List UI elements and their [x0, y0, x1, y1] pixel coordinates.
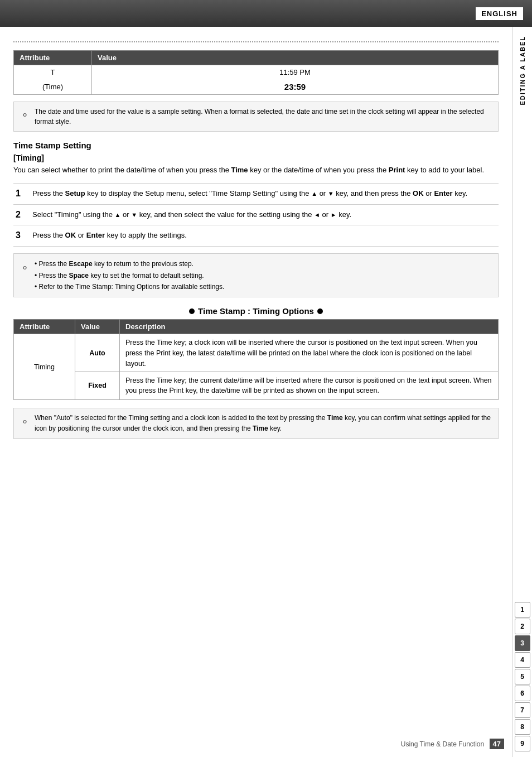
- time-row-top: T 11:59 PM: [14, 65, 499, 80]
- step-3-num: 3: [16, 230, 32, 240]
- sidebar-num-4: 4: [515, 652, 530, 668]
- step-3-row: 3 Press the OK or Enter key to apply the…: [13, 225, 499, 247]
- page-number: 47: [490, 739, 504, 749]
- note-box-1: ⚬ The date and time used for the value i…: [13, 102, 499, 132]
- footer-note-icon: ⚬: [21, 414, 29, 434]
- timing-options-table: Attribute Value Description Timing Auto …: [13, 319, 499, 400]
- step-2-row: 2 Select "Timing" using the ▲ or ▼ key, …: [13, 205, 499, 226]
- tip-1: • Press the Escape key to return to the …: [35, 258, 224, 269]
- timing-val-fixed: Fixed: [75, 372, 120, 400]
- bullet-dot-right: [317, 308, 323, 314]
- steps-container: 1 Press the Setup key to display the Set…: [13, 183, 499, 247]
- page-footer: Using Time & Date Function 47: [401, 739, 504, 749]
- tips-icon: ⚬: [21, 259, 29, 292]
- timing-table-header: Attribute Value Description: [14, 320, 499, 334]
- step-1-row: 1 Press the Setup key to display the Set…: [13, 184, 499, 205]
- timing-val-auto: Auto: [75, 334, 120, 372]
- timing-row-auto: Timing Auto Press the Time key; a clock …: [14, 334, 499, 372]
- footer-note-text: When "Auto" is selected for the Timing s…: [35, 413, 491, 434]
- right-sidebar: EDITING A LABEL 1 2 3 4 5 6 7 8 9: [512, 27, 532, 757]
- tips-box: ⚬ • Press the Escape key to return to th…: [13, 253, 499, 297]
- timing-desc-fixed: Press the Time key; the current date/tim…: [120, 372, 499, 400]
- timing-col-value: Value: [75, 320, 120, 334]
- time-label-time: (Time): [14, 79, 92, 95]
- note-text-1: The date and time used for the value is …: [35, 107, 491, 127]
- timing-options-label: Time Stamp : Timing Options: [198, 306, 314, 316]
- sidebar-num-6: 6: [515, 686, 530, 701]
- sidebar-num-3-active: 3: [515, 635, 530, 651]
- language-label: ENGLISH: [476, 7, 523, 20]
- dotted-divider: [13, 41, 499, 42]
- timing-row-fixed: Fixed Press the Time key; the current da…: [14, 372, 499, 400]
- sidebar-section-label: EDITING A LABEL: [519, 36, 526, 105]
- col-header-attribute: Attribute: [14, 51, 92, 65]
- sidebar-num-1: 1: [515, 602, 530, 618]
- step-1-num: 1: [16, 188, 32, 199]
- timing-desc-auto: Press the Time key; a clock icon will be…: [120, 334, 499, 372]
- timing-attr-timing: Timing: [14, 334, 75, 400]
- sidebar-num-7: 7: [515, 702, 530, 718]
- step-2-text: Select "Timing" using the ▲ or ▼ key, an…: [32, 209, 496, 221]
- timing-options-title: Time Stamp : Timing Options: [13, 306, 499, 316]
- step-3-text: Press the OK or Enter key to apply the s…: [32, 230, 496, 242]
- attribute-table: Attribute Value T 11:59 PM (Time) 23:59: [13, 50, 499, 95]
- note-icon-1: ⚬: [21, 108, 29, 127]
- main-content: Attribute Value T 11:59 PM (Time) 23:59 …: [0, 27, 512, 461]
- timing-body-text: You can select whether to print the date…: [13, 165, 499, 176]
- sidebar-num-5: 5: [515, 669, 530, 684]
- header-bar: ENGLISH: [0, 0, 532, 27]
- page-footer-label: Using Time & Date Function: [401, 740, 484, 748]
- step-2-num: 2: [16, 209, 32, 220]
- bullet-dot-left: [189, 308, 195, 314]
- timing-col-description: Description: [120, 320, 499, 334]
- sidebar-num-9: 9: [515, 736, 530, 751]
- timing-subtitle: [Timing]: [13, 153, 499, 162]
- timing-col-attribute: Attribute: [14, 320, 75, 334]
- time-row-bottom: (Time) 23:59: [14, 79, 499, 95]
- sidebar-num-8: 8: [515, 719, 530, 735]
- sidebar-num-2: 2: [515, 619, 530, 634]
- time-label-t: T: [14, 65, 92, 80]
- time-value-12h: 11:59 PM: [92, 65, 499, 80]
- footer-note: ⚬ When "Auto" is selected for the Timing…: [13, 408, 499, 439]
- step-1-text: Press the Setup key to display the Setup…: [32, 188, 496, 200]
- sidebar-numbers: 1 2 3 4 5 6 7 8 9: [515, 602, 530, 757]
- tip-3: • Refer to the Time Stamp: Timing Option…: [35, 281, 224, 292]
- tip-2: • Press the Space key to set the format …: [35, 270, 224, 281]
- time-value-24h: 23:59: [92, 79, 499, 95]
- col-header-value: Value: [92, 51, 499, 65]
- time-stamp-setting-title: Time Stamp Setting: [13, 141, 499, 150]
- tips-content: • Press the Escape key to return to the …: [35, 258, 224, 292]
